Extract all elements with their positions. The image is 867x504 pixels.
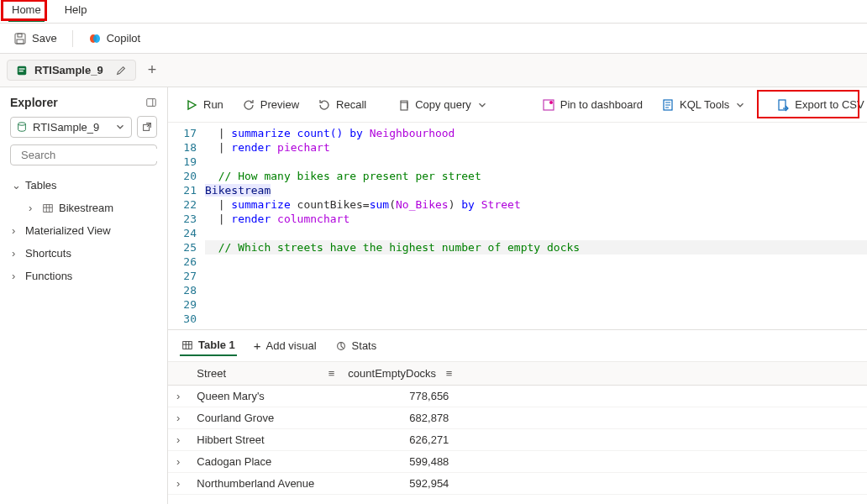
cell-street: Queen Mary's	[188, 386, 339, 407]
file-tab-name: RTISample_9	[34, 64, 103, 76]
table-row[interactable]: ›Cadogan Place599,488	[168, 451, 867, 473]
save-label: Save	[32, 32, 57, 45]
chevron-down-icon	[114, 121, 126, 133]
col-docks[interactable]: countEmptyDocks	[348, 367, 436, 380]
export-csv-button[interactable]: Export to CSV	[770, 95, 867, 115]
ribbon-toolbar: Save Copilot	[0, 24, 867, 54]
copilot-icon	[88, 32, 102, 45]
file-tab-bar: RTISample_9 +	[0, 54, 867, 87]
divider	[72, 30, 73, 47]
results-tab-addvisual[interactable]: + Add visual	[252, 335, 318, 356]
sort-icon[interactable]: ≡	[446, 367, 453, 380]
chevron-right-icon: ›	[12, 270, 20, 282]
table-row[interactable]: ›Courland Grove682,878	[168, 407, 867, 429]
results-panel: Table 1 + Add visual Stats Street≡	[168, 329, 867, 504]
copy-query-label: Copy query	[415, 98, 470, 111]
recall-button[interactable]: Recall	[311, 95, 373, 115]
cell-docks: 592,954	[339, 473, 457, 495]
panel-collapse-icon[interactable]	[145, 97, 157, 108]
copilot-label: Copilot	[107, 32, 140, 45]
explorer-tree: ⌄ Tables › Bikestream › Materialized Vie…	[0, 174, 167, 287]
explorer-search[interactable]	[10, 144, 157, 165]
tree-tables-label: Tables	[25, 179, 57, 192]
table-row[interactable]: ›Queen Mary's778,656	[168, 386, 867, 407]
kql-file-icon	[16, 65, 28, 76]
tab-table-label: Table 1	[198, 339, 235, 351]
cell-docks: 778,656	[339, 386, 457, 407]
results-grid[interactable]: Street≡ countEmptyDocks≡ ›Queen Mary's77…	[168, 362, 867, 495]
menu-help[interactable]: Help	[53, 0, 99, 23]
kql-tools-button[interactable]: KQL Tools	[654, 95, 753, 115]
expand-row-icon[interactable]: ›	[168, 451, 188, 473]
pin-label: Pin to dashboard	[560, 98, 643, 111]
expand-row-icon[interactable]: ›	[168, 386, 188, 407]
export-icon	[776, 98, 790, 112]
results-tab-stats[interactable]: Stats	[334, 336, 379, 355]
kql-tools-label: KQL Tools	[680, 98, 729, 111]
tree-matview-label: Materialized View	[25, 224, 111, 237]
copy-query-button[interactable]: Copy query	[390, 95, 494, 115]
tools-icon	[661, 98, 675, 112]
table-icon	[181, 339, 193, 351]
svg-point-10	[18, 123, 26, 126]
pin-dashboard-button[interactable]: Pin to dashboard	[535, 95, 649, 115]
col-street[interactable]: Street	[197, 367, 226, 380]
popout-button[interactable]	[137, 116, 157, 138]
tab-stats-label: Stats	[352, 339, 377, 352]
file-tab-rtisample[interactable]: RTISample_9	[7, 60, 136, 81]
cell-docks: 599,488	[339, 451, 457, 473]
tree-bikestream[interactable]: › Bikestream	[5, 197, 162, 219]
tree-shortcuts[interactable]: › Shortcuts	[5, 242, 162, 265]
copy-icon	[397, 98, 410, 112]
svg-point-19	[549, 101, 553, 104]
code-editor[interactable]: 1718192021222324252627282930 | summarize…	[168, 123, 867, 329]
copilot-button[interactable]: Copilot	[80, 29, 149, 49]
tree-shortcuts-label: Shortcuts	[25, 247, 71, 260]
new-tab-button[interactable]: +	[143, 61, 162, 79]
save-button[interactable]: Save	[5, 29, 66, 49]
results-tabs: Table 1 + Add visual Stats	[168, 330, 867, 362]
svg-rect-2	[17, 39, 24, 44]
tree-tables[interactable]: ⌄ Tables	[5, 174, 162, 197]
pencil-icon[interactable]	[115, 65, 127, 76]
cell-docks: 626,271	[339, 429, 457, 451]
svg-rect-7	[19, 71, 24, 71]
svg-rect-8	[147, 99, 156, 107]
expand-row-icon[interactable]: ›	[168, 407, 188, 429]
refresh-icon	[242, 98, 255, 112]
database-selector[interactable]: RTISample_9	[10, 117, 132, 138]
cell-street: Cadogan Place	[188, 451, 339, 473]
preview-button[interactable]: Preview	[235, 95, 306, 115]
run-button[interactable]: Run	[178, 95, 230, 115]
database-icon	[16, 121, 28, 133]
tree-functions[interactable]: › Functions	[5, 265, 162, 287]
tree-matview[interactable]: › Materialized View	[5, 219, 162, 242]
tab-addvisual-label: Add visual	[266, 339, 317, 352]
cell-docks: 682,878	[339, 407, 457, 429]
table-row[interactable]: ›Hibbert Street626,271	[168, 429, 867, 451]
expand-row-icon[interactable]: ›	[168, 429, 188, 451]
pin-icon	[542, 98, 555, 112]
search-input[interactable]	[21, 149, 162, 161]
table-row[interactable]: ›Northumberland Avenue592,954	[168, 473, 867, 495]
tree-bikestream-label: Bikestream	[59, 202, 113, 214]
sort-icon[interactable]: ≡	[328, 367, 335, 380]
run-label: Run	[203, 98, 223, 111]
menu-home[interactable]: Home	[0, 0, 53, 23]
tree-functions-label: Functions	[25, 270, 72, 282]
results-table: Street≡ countEmptyDocks≡ ›Queen Mary's77…	[168, 362, 867, 495]
expand-row-icon[interactable]: ›	[168, 473, 188, 495]
cell-street: Courland Grove	[188, 407, 339, 429]
results-tab-table[interactable]: Table 1	[180, 335, 237, 356]
chevron-down-icon	[476, 99, 488, 111]
svg-rect-13	[44, 204, 53, 212]
plus-icon: +	[254, 339, 261, 353]
explorer-title: Explorer	[10, 96, 58, 109]
query-action-bar: Run Preview Recall Copy query Pin to das…	[168, 87, 867, 123]
chevron-right-icon: ›	[29, 202, 37, 214]
svg-rect-17	[401, 102, 407, 110]
export-csv-label: Export to CSV	[795, 98, 864, 111]
table-icon	[42, 202, 54, 214]
preview-label: Preview	[260, 98, 299, 111]
editor-content: Run Preview Recall Copy query Pin to das…	[168, 87, 867, 504]
